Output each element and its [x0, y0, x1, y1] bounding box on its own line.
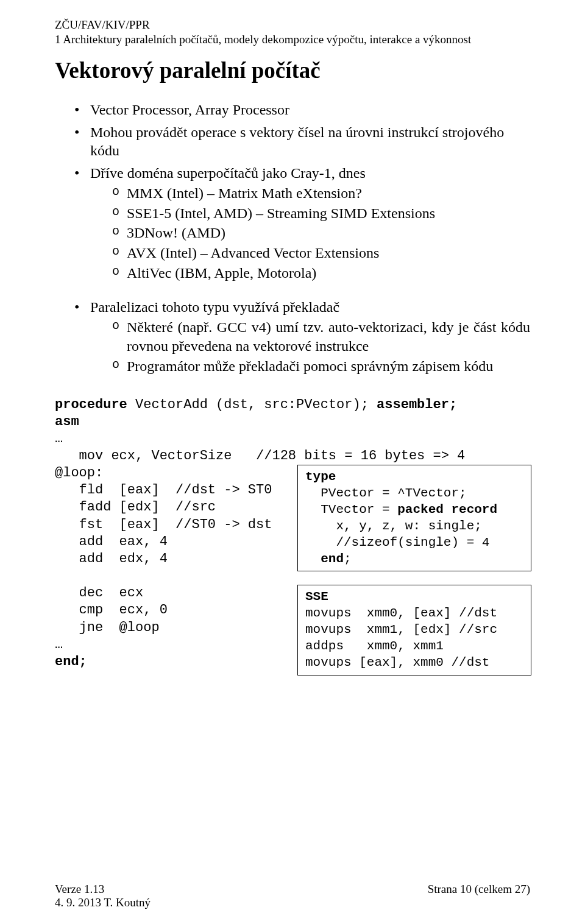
code-text: VectorAdd (dst, src:PVector);	[127, 397, 377, 412]
bullet-list-2: Paralelizaci tohoto typu využívá překlad…	[55, 298, 530, 375]
bullet-item: Vector Processor, Array Processor	[74, 101, 530, 119]
code-keyword: asm	[55, 414, 79, 429]
box-text: movups xmm1, [edx] //src	[305, 622, 497, 637]
sub-bullet-item: Některé (např. GCC v4) umí tzv. auto-vek…	[112, 318, 530, 355]
code-text: dec ecx	[55, 585, 143, 601]
sub-bullet-item: MMX (Intel) – Matrix Math eXtension?	[112, 184, 530, 203]
type-box: type PVector = ^TVector; TVector = packe…	[297, 465, 531, 571]
box-text: movups [eax], xmm0 //dst	[305, 655, 489, 669]
sub-bullet-item: AVX (Intel) – Advanced Vector Extensions	[112, 244, 530, 263]
sub-bullet-item: SSE1-5 (Intel, AMD) – Streaming SIMD Ext…	[112, 204, 530, 223]
box-text: addps xmm0, xmm1	[305, 639, 444, 653]
page-footer: Verze 1.13 4. 9. 2013 T. Koutný Strana 1…	[55, 883, 530, 909]
code-text: @loop:	[55, 465, 103, 481]
code-text: fld [eax] //dst -> ST0	[55, 482, 272, 498]
box-keyword: packed record	[397, 503, 497, 517]
box-text: //sizeof(single) = 4	[305, 535, 489, 549]
box-text: movups xmm0, [eax] //dst	[305, 606, 497, 620]
code-keyword: end;	[55, 654, 87, 669]
bullet-item: Mohou provádět operace s vektory čísel n…	[74, 123, 530, 160]
bullet-list: Vector Processor, Array Processor Mohou …	[55, 101, 530, 282]
box-text: TVector =	[305, 503, 397, 517]
bullet-text: Dříve doména superpočítačů jako Cray-1, …	[90, 165, 366, 181]
code-text: add eax, 4	[55, 534, 168, 549]
page-title: Vektorový paralelní počítač	[55, 57, 530, 83]
sub-bullet-list: MMX (Intel) – Matrix Math eXtension? SSE…	[90, 184, 530, 283]
code-text: jne @loop	[55, 620, 160, 635]
code-text: fadd [edx] //src	[55, 499, 216, 515]
bullet-text: Paralelizaci tohoto typu využívá překlad…	[90, 299, 339, 315]
box-keyword: end	[305, 552, 344, 566]
bullet-item: Paralelizaci tohoto typu využívá překlad…	[74, 298, 530, 375]
code-text: …	[55, 637, 63, 652]
code-text: add edx, 4	[55, 551, 168, 566]
code-text: cmp ecx, 0	[55, 602, 168, 618]
sub-bullet-item: AltiVec (IBM, Apple, Motorola)	[112, 264, 530, 283]
boxes-column: type PVector = ^TVector; TVector = packe…	[297, 465, 531, 689]
sub-bullet-list: Některé (např. GCC v4) umí tzv. auto-vek…	[90, 318, 530, 375]
code-keyword: procedure	[55, 397, 127, 412]
code-keyword: assembler;	[377, 397, 457, 412]
code-text: fst [eax] //ST0 -> dst	[55, 517, 272, 532]
box-keyword: SSE	[305, 590, 328, 604]
footer-left: Verze 1.13 4. 9. 2013 T. Koutný	[55, 883, 151, 909]
footer-right: Strana 10 (celkem 27)	[428, 883, 530, 909]
sub-bullet-item: Programátor může překladači pomoci správ…	[112, 357, 530, 376]
header-line-1: ZČU/FAV/KIV/PPR	[55, 18, 530, 32]
code-block: procedure VectorAdd (dst, src:PVector); …	[55, 379, 530, 671]
box-text: x, y, z, w: single;	[305, 519, 482, 533]
sub-bullet-item: 3DNow! (AMD)	[112, 224, 530, 242]
header-line-2: 1 Architektury paralelních počítačů, mod…	[55, 33, 530, 46]
footer-date-author: 4. 9. 2013 T. Koutný	[55, 896, 151, 909]
footer-version: Verze 1.13	[55, 883, 151, 896]
box-keyword: type	[305, 470, 336, 484]
bullet-item: Dříve doména superpočítačů jako Cray-1, …	[74, 164, 530, 282]
code-text: …	[55, 431, 63, 446]
box-text: PVector = ^TVector;	[305, 486, 467, 500]
loop-block: @loop: fld [eax] //dst -> ST0 fadd [edx]…	[55, 465, 530, 671]
code-text: mov ecx, VectorSize //128 bits = 16 byte…	[55, 448, 465, 464]
sse-box: SSE movups xmm0, [eax] //dst movups xmm1…	[297, 585, 531, 675]
box-text: ;	[344, 552, 352, 566]
